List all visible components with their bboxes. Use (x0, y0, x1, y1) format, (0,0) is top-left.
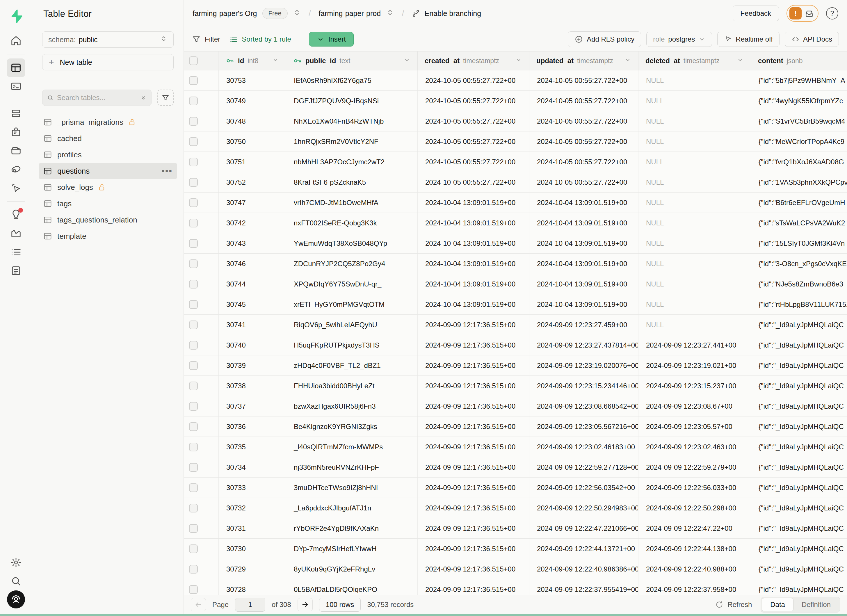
cell-updated_at[interactable]: 2024-09-09 12:23:05.567216+00 (530, 417, 639, 436)
sidebar-table-cached[interactable]: cached (39, 130, 177, 147)
row-checkbox[interactable] (189, 585, 198, 594)
sidebar-table-questions[interactable]: questions••• (39, 163, 177, 179)
cell-content[interactable]: {"id":"_Id9aLyJpMHQLaiQC (751, 539, 847, 559)
row-checkbox[interactable] (189, 402, 198, 411)
cell-created_at[interactable]: 2024-10-05 00:55:27.722+00 (418, 131, 530, 152)
cell-public_id[interactable]: DYp-7mcyMSIrHefLYIwwH (286, 539, 418, 559)
cell-content[interactable]: {"id":"_Id9aLyJpMHQLaiQC (751, 518, 847, 538)
column-header-updated_at[interactable]: updated_attimestamptz (530, 52, 639, 70)
cell-deleted_at[interactable]: 2024-09-09 12:22:59.279+00 (639, 457, 751, 477)
chevron-down-icon[interactable] (737, 56, 744, 63)
page-number-input[interactable] (235, 598, 265, 612)
add-rls-policy-button[interactable]: Add RLS policy (568, 31, 641, 47)
cell-public_id[interactable]: DGEJfJZPQUV9Q-IBqsNSi (286, 91, 418, 111)
cell-updated_at[interactable]: 2024-10-05 00:55:27.722+00 (530, 71, 639, 90)
nav-database-icon[interactable] (7, 104, 25, 123)
cell-updated_at[interactable]: 2024-10-04 13:09:01.519+00 (530, 253, 639, 274)
nav-edge-functions-icon[interactable] (7, 160, 25, 178)
cell-id[interactable]: 30735 (219, 437, 286, 457)
nav-home-icon[interactable] (7, 31, 25, 50)
cell-deleted_at[interactable]: 2024-09-09 12:22:50.298+00 (639, 498, 751, 518)
cell-deleted_at[interactable]: NULL (639, 274, 751, 294)
row-checkbox[interactable] (189, 117, 198, 126)
cell-deleted_at[interactable]: 2024-09-09 12:23:08.67+00 (639, 396, 751, 416)
cell-id[interactable]: 30744 (219, 274, 286, 294)
cell-deleted_at[interactable]: NULL (639, 172, 751, 192)
tab-data[interactable]: Data (762, 598, 794, 612)
row-checkbox[interactable] (189, 341, 198, 349)
cell-content[interactable]: {"id":"_Id9aLyJpMHQLaiQC (751, 396, 847, 416)
cell-content[interactable]: {"id":"rtHbLpgB8V11LUK7152 (751, 294, 847, 314)
cell-deleted_at[interactable]: NULL (639, 233, 751, 253)
cell-content[interactable]: {"id":"NJe5s8ZmBwnoB6e3 (751, 274, 847, 294)
cell-id[interactable]: 30728 (219, 579, 286, 595)
cell-public_id[interactable]: _l40sQIRTmMZfcm-MWMPs (286, 437, 418, 457)
cell-deleted_at[interactable]: 2024-09-09 12:22:56.033+00 (639, 477, 751, 498)
tab-definition[interactable]: Definition (794, 598, 839, 611)
cell-deleted_at[interactable]: 2024-09-09 12:22:47.22+00 (639, 518, 751, 538)
cell-public_id[interactable]: 0L5BAfDaLDl5rQOiqeKPO (286, 579, 418, 595)
cell-content[interactable]: {"id":"B6tr6eEFLrOVgeUmH (751, 193, 847, 212)
cell-updated_at[interactable]: 2024-09-09 12:22:56.03542+00 (530, 477, 639, 498)
cell-updated_at[interactable]: 2024-10-05 00:55:27.722+00 (530, 111, 639, 131)
cell-content[interactable]: {"id":"_Id9aLyJpMHQLaiQC (751, 579, 847, 595)
sort-button[interactable]: Sorted by 1 rule (229, 35, 291, 44)
cell-public_id[interactable]: 1hnRQjxSRm2V0VticY2NF (286, 131, 418, 152)
cell-updated_at[interactable]: 2024-10-05 00:55:27.722+00 (530, 152, 639, 172)
cell-created_at[interactable]: 2024-10-04 13:09:01.519+00 (418, 294, 530, 314)
cell-id[interactable]: 30734 (219, 457, 286, 477)
cell-public_id[interactable]: 8yUKotr9qGYjK2eFRhgLv (286, 559, 418, 579)
column-header-id[interactable]: idint8 (219, 52, 286, 70)
row-checkbox[interactable] (189, 259, 198, 268)
cell-id[interactable]: 30747 (219, 193, 286, 212)
cell-created_at[interactable]: 2024-09-09 12:17:36.515+00 (418, 315, 530, 335)
chevron-down-icon[interactable] (272, 56, 279, 63)
row-checkbox[interactable] (189, 422, 198, 431)
row-checkbox[interactable] (189, 504, 198, 513)
cell-deleted_at[interactable]: 2024-09-09 12:22:40.988+00 (639, 559, 751, 579)
prev-page-button[interactable] (191, 598, 206, 612)
cell-deleted_at[interactable]: 2024-09-09 12:22:44.138+00 (639, 539, 751, 559)
cell-created_at[interactable]: 2024-10-04 13:09:01.519+00 (418, 253, 530, 274)
cell-public_id[interactable]: _La6pddxcKJIbgufATJ1n (286, 498, 418, 518)
cell-deleted_at[interactable]: NULL (639, 213, 751, 233)
cell-content[interactable]: {"id":"_Id9aLyJpMHQLaiQC (751, 559, 847, 579)
sidebar-table-tags[interactable]: tags (39, 196, 177, 212)
cell-public_id[interactable]: RiqOV6p_5wihLeIAEQyhU (286, 315, 418, 335)
row-checkbox[interactable] (189, 300, 198, 309)
cell-id[interactable]: 30733 (219, 477, 286, 498)
row-checkbox[interactable] (189, 320, 198, 329)
row-checkbox[interactable] (189, 76, 198, 85)
cell-updated_at[interactable]: 2024-10-05 00:55:27.722+00 (530, 172, 639, 192)
cell-content[interactable]: {"id":"3-O8cn_xPgs0cVxqKE (751, 253, 847, 274)
column-header-deleted_at[interactable]: deleted_attimestamptz (639, 52, 751, 70)
help-button[interactable]: ? (826, 7, 838, 19)
cell-content[interactable]: {"id":"_Id9aLyJpMHQLaiQC (751, 315, 847, 335)
row-checkbox[interactable] (189, 280, 198, 289)
cell-public_id[interactable]: ZDCunRYJP2CQ5Z8Po2Gy4 (286, 253, 418, 274)
cell-created_at[interactable]: 2024-09-09 12:17:36.515+00 (418, 417, 530, 436)
cell-public_id[interactable]: H5uqFKpRUTPkjxdysT3HS (286, 335, 418, 355)
nav-table-editor-icon[interactable] (7, 59, 25, 77)
cell-content[interactable]: {"id":"_Id9aLyJpMHQLaiQC (751, 457, 847, 477)
cell-id[interactable]: 30738 (219, 376, 286, 396)
cell-id[interactable]: 30752 (219, 172, 286, 192)
cell-id[interactable]: 30732 (219, 498, 286, 518)
sidebar-table-_prisma_migrations[interactable]: _prisma_migrations (39, 114, 177, 130)
nav-sql-editor-icon[interactable] (7, 77, 25, 96)
project-chevrons-icon[interactable] (386, 9, 394, 18)
sidebar-filter-button[interactable] (157, 90, 174, 106)
cell-public_id[interactable]: FHHUioa3bidd00BHyLeZt (286, 376, 418, 396)
cell-content[interactable]: {"id":"_Id9aLyJpMHQLaiQC (751, 477, 847, 498)
cell-public_id[interactable]: nj336mN5reuRVNZrKHFpF (286, 457, 418, 477)
cell-public_id[interactable]: 8KraI-tSI-6-pSZcknaK5 (286, 172, 418, 192)
cell-created_at[interactable]: 2024-09-09 12:17:36.515+00 (418, 477, 530, 498)
table-options-button[interactable]: ••• (161, 166, 173, 176)
cell-deleted_at[interactable]: NULL (639, 315, 751, 335)
cell-deleted_at[interactable]: NULL (639, 131, 751, 152)
row-checkbox[interactable] (189, 97, 198, 105)
cell-content[interactable]: {"id":"_Id9aLyJpMHQLaiQC (751, 437, 847, 457)
cell-updated_at[interactable]: 2024-09-09 12:22:44.13721+00 (530, 539, 639, 559)
cell-created_at[interactable]: 2024-10-04 13:09:01.519+00 (418, 274, 530, 294)
chevron-down-icon[interactable] (403, 56, 410, 63)
